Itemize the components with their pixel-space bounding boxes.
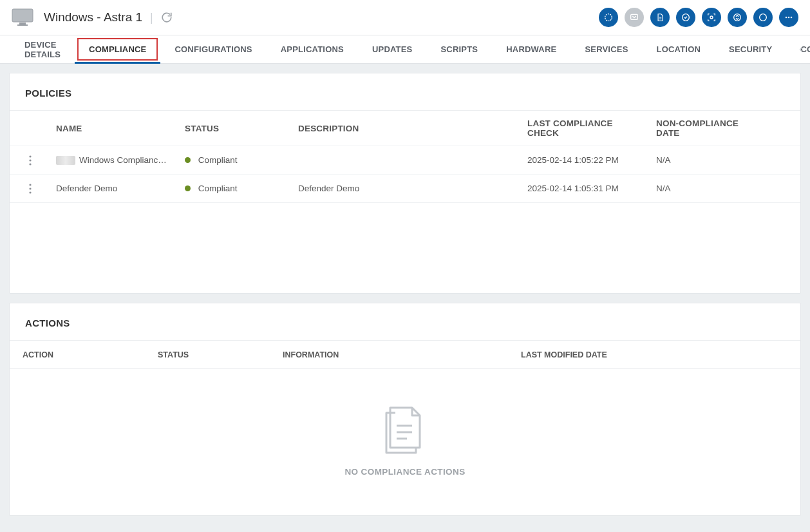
remote-screen-icon: [625, 8, 644, 27]
sync-action-icon[interactable]: [599, 8, 618, 27]
policy-status-cell: Compliant: [180, 177, 293, 200]
table-row: Defender Demo Compliant Defender Demo 20…: [10, 175, 800, 203]
header-actions: [599, 8, 798, 27]
svg-point-17: [29, 191, 31, 193]
tab-applications[interactable]: APPLICATIONS: [267, 35, 358, 63]
actions-empty-state: NO COMPLIANCE ACTIONS: [10, 369, 800, 515]
tab-device-details[interactable]: DEVICE DETAILS: [10, 35, 75, 63]
status-dot-icon: [185, 157, 191, 163]
policy-status: Compliant: [198, 184, 238, 193]
actions-card: ACTIONS ACTION STATUS INFORMATION LAST M…: [9, 303, 801, 516]
policy-name-cell: Defender Demo: [51, 177, 180, 200]
col-description[interactable]: DESCRIPTION: [293, 116, 522, 141]
export-action-icon[interactable]: [728, 8, 747, 27]
svg-point-15: [29, 184, 31, 185]
scan-action-icon[interactable]: [702, 8, 721, 27]
col-last-check[interactable]: LAST COMPLIANCE CHECK: [522, 111, 651, 146]
col-action-status[interactable]: STATUS: [158, 350, 283, 359]
policies-empty-space: [10, 203, 800, 293]
tab-services[interactable]: SERVICES: [570, 35, 642, 63]
tab-location[interactable]: LOCATION: [643, 35, 715, 63]
col-last-modified[interactable]: LAST MODIFIED DATE: [521, 350, 766, 359]
tabs-scroll-icon[interactable]: [797, 35, 805, 63]
tab-updates[interactable]: UPDATES: [358, 35, 427, 63]
document-action-icon[interactable]: [650, 8, 670, 27]
policy-name: Defender Demo: [56, 184, 117, 193]
policy-description: Defender Demo: [293, 177, 522, 200]
refresh-action-icon[interactable]: [676, 8, 695, 27]
row-menu-icon[interactable]: [10, 177, 51, 200]
policy-description: [293, 154, 522, 167]
empty-state-label: NO COMPLIANCE ACTIONS: [344, 467, 465, 477]
table-row: Windows Complianc… Compliant 2025-02-14 …: [10, 146, 800, 175]
svg-rect-0: [12, 9, 33, 22]
tab-compliance[interactable]: COMPLIANCE: [75, 35, 160, 63]
policy-noncompliance-date: N/A: [651, 149, 767, 171]
svg-point-10: [788, 17, 790, 19]
header-divider: |: [150, 11, 153, 24]
svg-rect-1: [19, 23, 26, 24]
empty-document-icon: [377, 401, 433, 457]
monitor-icon: [12, 8, 33, 26]
tab-configurations[interactable]: CONFIGURATIONS: [160, 35, 266, 63]
col-action[interactable]: ACTION: [23, 350, 158, 359]
svg-point-9: [786, 17, 787, 19]
actions-table: ACTION STATUS INFORMATION LAST MODIFIED …: [10, 341, 800, 369]
policy-last-check: 2025-02-14 1:05:31 PM: [522, 177, 651, 200]
tab-security[interactable]: SECURITY: [715, 35, 786, 63]
col-noncompliance-date[interactable]: NON-COMPLIANCE DATE: [651, 111, 767, 146]
tab-hardware[interactable]: HARDWARE: [492, 35, 570, 63]
status-dot-icon: [185, 185, 191, 191]
refresh-button[interactable]: [161, 12, 173, 23]
policies-table: NAME STATUS DESCRIPTION LAST COMPLIANCE …: [10, 111, 800, 203]
actions-header-row: ACTION STATUS INFORMATION LAST MODIFIED …: [10, 341, 800, 369]
svg-point-13: [29, 159, 31, 161]
device-title: Windows - Astra 1: [44, 10, 142, 24]
svg-point-3: [605, 14, 612, 21]
policy-status-cell: Compliant: [180, 149, 293, 171]
row-menu-icon[interactable]: [10, 149, 51, 172]
col-status[interactable]: STATUS: [180, 116, 293, 141]
tab-scripts[interactable]: SCRIPTS: [427, 35, 493, 63]
policy-name: Windows Complianc…: [79, 155, 167, 165]
tabs-bar: DEVICE DETAILS COMPLIANCE CONFIGURATIONS…: [0, 35, 810, 64]
col-information[interactable]: INFORMATION: [283, 350, 521, 359]
policy-status: Compliant: [198, 155, 238, 165]
policy-name-cell: Windows Complianc…: [51, 149, 180, 171]
policy-last-check: 2025-02-14 1:05:22 PM: [522, 149, 651, 171]
policies-header-row: NAME STATUS DESCRIPTION LAST COMPLIANCE …: [10, 111, 800, 146]
power-action-icon[interactable]: [753, 8, 773, 27]
svg-point-6: [710, 16, 713, 19]
page-header: Windows - Astra 1 |: [0, 0, 810, 35]
policies-title: POLICIES: [10, 73, 800, 111]
svg-point-16: [29, 187, 31, 189]
more-actions-icon[interactable]: [779, 8, 798, 27]
actions-title: ACTIONS: [10, 303, 800, 341]
svg-point-11: [791, 17, 793, 19]
obscured-badge: [56, 156, 75, 165]
col-name[interactable]: NAME: [51, 116, 180, 141]
policies-card: POLICIES NAME STATUS DESCRIPTION LAST CO…: [9, 73, 801, 294]
svg-point-14: [29, 163, 31, 165]
svg-point-12: [29, 155, 31, 157]
svg-rect-2: [17, 24, 28, 26]
policy-noncompliance-date: N/A: [651, 177, 767, 200]
svg-rect-4: [631, 14, 638, 19]
